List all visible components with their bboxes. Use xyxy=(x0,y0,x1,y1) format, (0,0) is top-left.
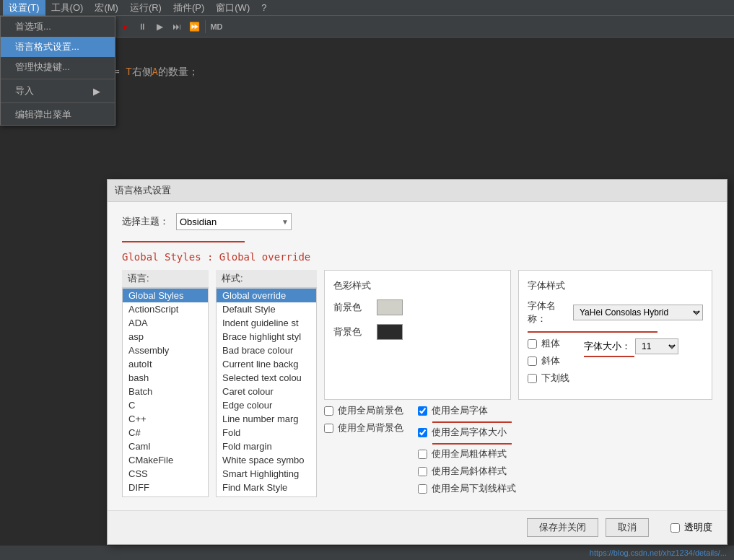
menu-item-window[interactable]: 窗口(W) xyxy=(210,0,255,16)
style-item-indent[interactable]: Indent guideline st xyxy=(217,316,316,330)
lang-item-global-styles[interactable]: Global Styles xyxy=(123,289,208,302)
style-item-bad-brace[interactable]: Bad brace colour xyxy=(217,344,316,357)
font-section: 字体样式 字体名称： YaHei Consolas Hybrid Consola… xyxy=(518,270,712,400)
language-list[interactable]: Global Styles ActionScript ADA asp Assem… xyxy=(122,288,209,497)
menu-import[interactable]: 导入 ▶ xyxy=(1,81,115,101)
font-name-label: 字体名称： xyxy=(528,299,567,325)
style-item-global-override[interactable]: Global override xyxy=(217,289,316,302)
font-name-row: 字体名称： YaHei Consolas Hybrid Consolas Cou… xyxy=(528,299,703,325)
style-item-brace-highlight[interactable]: Brace highlight styl xyxy=(217,330,316,344)
menu-item-help[interactable]: ? xyxy=(255,1,272,14)
lang-item-assembly[interactable]: Assembly xyxy=(123,344,208,357)
lang-item-c[interactable]: C xyxy=(123,398,208,412)
use-global-bold-row: 使用全局粗体样式 xyxy=(418,447,516,460)
lang-item-ada[interactable]: ADA xyxy=(123,316,208,330)
style-item-mark1[interactable]: Mark Style 1 xyxy=(217,494,316,497)
cancel-button[interactable]: 取消 xyxy=(606,518,649,537)
theme-select[interactable]: Obsidian Default Deep Black Monokai xyxy=(176,213,292,230)
lang-item-autoit[interactable]: autoIt xyxy=(123,357,208,371)
underline-checkbox[interactable] xyxy=(528,374,537,383)
toolbar-btn-10[interactable]: ⏭ xyxy=(169,19,185,35)
bold-label: 粗体 xyxy=(541,337,560,350)
use-global-italic-checkbox[interactable] xyxy=(418,467,427,476)
save-close-button[interactable]: 保存并关闭 xyxy=(527,518,598,537)
style-item-line-number[interactable]: Line number marg xyxy=(217,412,316,426)
style-item-selected-text[interactable]: Selected text colou xyxy=(217,371,316,385)
style-item-default[interactable]: Default Style xyxy=(217,302,316,316)
bottom-checkboxes-area: 使用全局前景色 使用全局背景色 使用全局字体 xyxy=(324,404,712,499)
use-global-font-checkbox[interactable] xyxy=(418,406,427,416)
use-global-bg-label: 使用全局背景色 xyxy=(338,421,403,434)
toolbar-btn-11[interactable]: ⏩ xyxy=(186,19,202,35)
dialog-title-bar: 语言格式设置 xyxy=(108,180,727,202)
lang-item-bash[interactable]: bash xyxy=(123,371,208,385)
use-global-bg-checkbox[interactable] xyxy=(324,424,333,433)
toolbar-btn-7[interactable]: ● xyxy=(117,19,133,35)
toolbar-btn-12[interactable]: MD xyxy=(209,19,224,35)
lang-item-actionscript[interactable]: ActionScript xyxy=(123,302,208,316)
toolbar-btn-8[interactable]: ⏸ xyxy=(134,19,150,35)
bg-color-swatch[interactable] xyxy=(377,324,403,340)
status-bar: https://blog.csdn.net/xhz1234/details/..… xyxy=(0,546,734,560)
theme-select-wrapper: Obsidian Default Deep Black Monokai xyxy=(176,213,292,230)
use-global-fg-checkbox[interactable] xyxy=(324,406,333,416)
dialog-body: 选择主题： Obsidian Default Deep Black Monoka… xyxy=(108,202,727,510)
italic-row: 斜体 xyxy=(528,354,569,367)
global-styles-header: Global Styles : Global override xyxy=(122,251,712,263)
italic-label: 斜体 xyxy=(541,354,560,367)
lang-item-asp[interactable]: asp xyxy=(123,330,208,344)
lang-item-batch[interactable]: Batch xyxy=(123,385,208,398)
style-list[interactable]: Global override Default Style Indent gui… xyxy=(216,288,317,497)
style-item-smart-highlight[interactable]: Smart Highlighting xyxy=(217,467,316,481)
lang-item-cpp[interactable]: C++ xyxy=(123,412,208,426)
menu-item-plugin[interactable]: 插件(P) xyxy=(167,0,210,16)
font-name-select[interactable]: YaHei Consolas Hybrid Consolas Courier N… xyxy=(573,305,703,320)
use-global-font-label: 使用全局字体 xyxy=(432,404,488,417)
style-item-current-line[interactable]: Current line backg xyxy=(217,357,316,371)
bold-checkbox[interactable] xyxy=(528,339,537,349)
lang-item-dos[interactable]: Dos Style xyxy=(123,494,208,497)
transparency-checkbox[interactable] xyxy=(670,523,680,533)
language-panel-header: 语言: xyxy=(122,270,209,288)
lang-item-cmake[interactable]: CMakeFile xyxy=(123,453,208,467)
menu-item-tools[interactable]: 工具(O) xyxy=(45,0,89,16)
use-global-bold-checkbox[interactable] xyxy=(418,450,427,459)
style-item-caret[interactable]: Caret colour xyxy=(217,385,316,398)
font-size-select[interactable]: 8 9 10 11 12 14 xyxy=(635,338,678,354)
fg-color-row: 前景色 xyxy=(333,299,502,315)
menu-shortcuts[interactable]: 管理快捷键... xyxy=(1,57,115,77)
use-global-italic-label: 使用全局斜体样式 xyxy=(432,465,507,478)
dialog-footer: 保存并关闭 取消 透明度 xyxy=(108,510,727,544)
transparency-row: 透明度 xyxy=(670,521,712,534)
style-item-fold-margin[interactable]: Fold margin xyxy=(217,439,316,453)
lang-item-caml[interactable]: Caml xyxy=(123,439,208,453)
style-item-whitespace[interactable]: White space symbo xyxy=(217,453,316,467)
lang-item-css[interactable]: CSS xyxy=(123,467,208,481)
right-bottom-checks: 使用全局字体 使用全局字体大小 使用全局粗体样式 xyxy=(418,404,516,499)
use-global-italic-row: 使用全局斜体样式 xyxy=(418,465,516,478)
menu-preferences[interactable]: 首选项... xyxy=(1,17,115,37)
menu-item-run[interactable]: 运行(R) xyxy=(124,0,167,16)
menu-language-format[interactable]: 语言格式设置... xyxy=(1,37,115,57)
use-global-font-size-label: 使用全局字体大小 xyxy=(432,426,507,439)
fg-color-swatch[interactable] xyxy=(377,299,403,315)
menu-edit-popup[interactable]: 编辑弹出菜单 xyxy=(1,105,115,125)
panels-container: 语言: Global Styles ActionScript ADA asp A… xyxy=(122,270,712,499)
use-global-underline-checkbox[interactable] xyxy=(418,484,427,494)
use-global-font-row: 使用全局字体 xyxy=(418,404,516,417)
style-item-find-mark[interactable]: Find Mark Style xyxy=(217,481,316,494)
color-section-title: 色彩样式 xyxy=(333,279,502,292)
code-line-1: 为了T、P之间之有A； xyxy=(14,45,720,63)
italic-checkbox[interactable] xyxy=(528,356,537,366)
menu-item-macro[interactable]: 宏(M) xyxy=(89,0,124,16)
toolbar-btn-9[interactable]: ▶ xyxy=(152,19,167,35)
style-item-fold[interactable]: Fold xyxy=(217,426,316,439)
menu-item-settings[interactable]: 设置(T) xyxy=(3,0,45,16)
lang-item-csharp[interactable]: C# xyxy=(123,426,208,439)
dropdown-sep-2 xyxy=(1,102,115,103)
lang-item-diff[interactable]: DIFF xyxy=(123,481,208,494)
style-item-edge[interactable]: Edge colour xyxy=(217,398,316,412)
use-global-font-size-checkbox[interactable] xyxy=(418,428,427,437)
color-section: 色彩样式 前景色 背景色 xyxy=(324,270,511,400)
underline-row: 下划线 xyxy=(528,372,569,385)
